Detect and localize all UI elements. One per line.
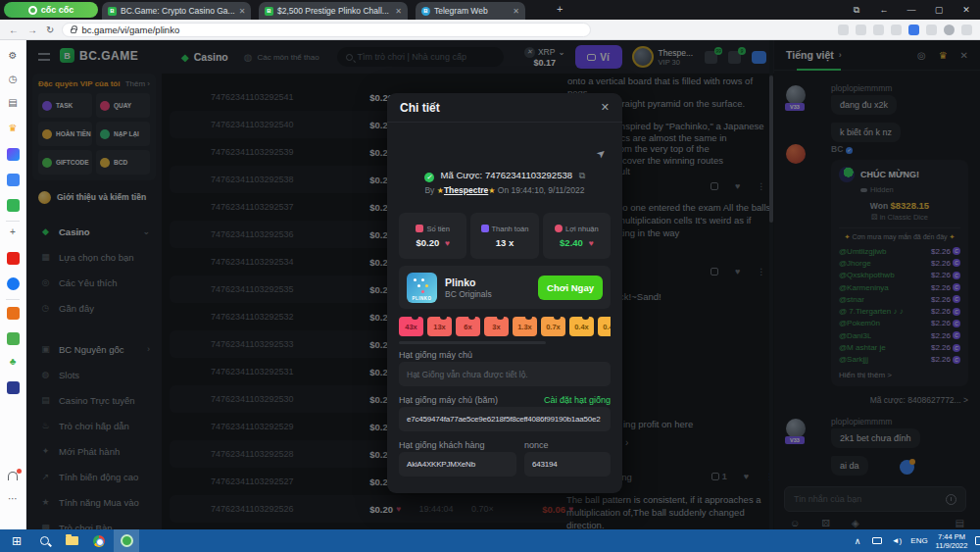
taskbar-clock[interactable]: 7:44 PM 11/9/2022: [931, 529, 972, 552]
games-icon[interactable]: [7, 199, 20, 212]
server-seed-hash-field[interactable]: e7c459474fa77ae5ce9e6218f5f8ceff4086f991…: [399, 407, 611, 431]
game-name: Plinko: [445, 276, 492, 289]
download-extension-icon[interactable]: [908, 25, 919, 35]
lock-icon: [71, 28, 76, 33]
stat-value: 13 x: [496, 237, 514, 248]
verified-icon: ✓: [424, 173, 434, 182]
play-now-button[interactable]: Chơi Ngay: [538, 276, 603, 300]
translate-icon[interactable]: [856, 25, 866, 35]
window-controls: ⧉ ← — ▢ ✕: [843, 0, 980, 20]
youtube-icon[interactable]: [7, 252, 20, 265]
player-link[interactable]: Thespectre: [444, 185, 488, 195]
messenger-icon[interactable]: [7, 148, 20, 161]
medal-icon: ★: [437, 186, 444, 195]
bet-id-text: Mã Cược: 74762341103292538: [441, 170, 572, 180]
downloads-icon[interactable]: [961, 25, 972, 35]
seed-settings-link[interactable]: Cài đặt hạt giống: [544, 395, 611, 405]
extension-icon[interactable]: [838, 25, 849, 35]
tab-favicon: B: [421, 7, 430, 16]
notifications-bell-icon[interactable]: [8, 472, 18, 480]
network-icon[interactable]: [868, 529, 886, 552]
more-icon[interactable]: ⋯: [0, 493, 25, 505]
tv-shortcut-icon[interactable]: [7, 381, 20, 394]
shop-shortcut-icon[interactable]: [7, 307, 20, 320]
multiplier-chip: 3x: [484, 317, 509, 336]
settings-icon[interactable]: ⚙: [0, 50, 25, 62]
gem-icon: ♥: [589, 238, 594, 248]
bet-details-modal: Chi tiết ✕ ➤ ✓ Mã Cược: 7476234110329253…: [387, 93, 622, 493]
share-icon[interactable]: [873, 25, 884, 35]
stat-value: $2.40: [560, 237, 583, 248]
coccoc-menu-button[interactable]: cốc cốc: [4, 2, 98, 18]
windows-taskbar: ⊞ ∧ ◄) ENG 7:44 PM 11/9/2022: [0, 529, 980, 552]
taskbar-search-icon[interactable]: [31, 529, 57, 552]
file-explorer-icon[interactable]: [59, 529, 84, 552]
language-indicator[interactable]: ENG: [907, 529, 931, 552]
copy-icon[interactable]: ⧉: [579, 171, 585, 180]
nonce-field[interactable]: 643194: [524, 452, 611, 477]
stat-label: Số tiền: [426, 225, 449, 233]
action-center-icon[interactable]: [972, 529, 980, 552]
back-icon[interactable]: ←: [9, 25, 19, 35]
divider: [6, 299, 20, 300]
coccoc-taskbar-icon[interactable]: [114, 529, 139, 552]
medal-icon: ★: [488, 186, 495, 195]
modal-title: Chi tiết: [400, 101, 440, 115]
stat-box: Lợi nhuận $2.40 ♥: [543, 213, 611, 259]
browser-tab[interactable]: B $2,500 Prestige Plinko Chall... ✕: [259, 2, 408, 20]
game-provider: BC Originals: [445, 289, 492, 299]
reading-list-icon[interactable]: ▤: [0, 97, 25, 109]
reload-icon[interactable]: ↻: [46, 25, 54, 35]
tab-close-icon[interactable]: ✕: [239, 7, 246, 16]
screen: cốc cốc B BC.Game: Crypto Casino Ga... ✕…: [0, 0, 980, 552]
modal-close-icon[interactable]: ✕: [601, 101, 610, 114]
stat-icon: [555, 225, 563, 232]
multiplier-chip: 13x: [427, 317, 452, 336]
tray-expand-icon[interactable]: ∧: [849, 529, 866, 552]
bookmark-star-icon[interactable]: [891, 25, 902, 35]
maximize-button[interactable]: ▢: [925, 0, 953, 20]
volume-icon[interactable]: ◄): [888, 529, 906, 552]
plinko-thumbnail[interactable]: PLINKO: [407, 273, 437, 303]
stat-value: $0.20: [416, 237, 439, 248]
gem-icon: ♥: [445, 238, 450, 248]
coccoc-logo-icon: [28, 6, 37, 15]
close-button[interactable]: ✕: [953, 0, 980, 20]
server-seed-hash-label: Hạt giống máy chủ (băm): [399, 395, 498, 405]
new-tab-button[interactable]: +: [557, 3, 563, 15]
add-shortcut-icon[interactable]: +: [0, 226, 25, 238]
facebook-icon[interactable]: [7, 277, 20, 290]
minimize-button[interactable]: —: [898, 0, 925, 20]
profile-avatar-icon[interactable]: [944, 25, 955, 35]
chips-scrollbar[interactable]: [399, 341, 546, 344]
tab-title: $2,500 Prestige Plinko Chall...: [277, 6, 389, 16]
back-to-app-icon[interactable]: ←: [870, 0, 898, 20]
multiplier-strip: 43x 13x 6x 3x 1.3x: [399, 317, 611, 337]
share-icon[interactable]: ➤: [594, 146, 609, 162]
browser-tabs: B BC.Game: Crypto Casino Ga... ✕ B $2,50…: [102, 2, 525, 20]
tab-close-icon[interactable]: ✕: [395, 7, 402, 16]
server-seed-label: Hạt giống máy chủ: [399, 350, 472, 360]
extensions-row: [838, 25, 972, 35]
browser-tab[interactable]: B BC.Game: Crypto Casino Ga... ✕: [102, 2, 251, 20]
adblock-icon[interactable]: [926, 25, 937, 35]
notes-shortcut-icon[interactable]: [7, 332, 20, 345]
browser-tab[interactable]: B Telegram Web ✕: [416, 2, 525, 20]
chrome-icon[interactable]: [86, 529, 112, 552]
bet-id-row: ✓ Mã Cược: 74762341103292538 ⧉: [387, 170, 622, 182]
pip-icon[interactable]: ⧉: [843, 0, 870, 20]
forward-icon[interactable]: →: [27, 25, 37, 35]
stats-icon[interactable]: [7, 174, 20, 186]
history-icon[interactable]: ◷: [0, 74, 25, 85]
stat-box: Số tiền $0.20 ♥: [399, 213, 466, 259]
address-bar[interactable]: bc.game/vi/game/plinko: [62, 23, 591, 37]
vip-crown-icon[interactable]: ♛: [0, 123, 25, 134]
modal-header: Chi tiết ✕: [387, 93, 622, 123]
start-button[interactable]: ⊞: [4, 529, 29, 552]
tab-close-icon[interactable]: ✕: [513, 7, 519, 16]
browser-tab-strip: cốc cốc B BC.Game: Crypto Casino Ga... ✕…: [0, 0, 980, 20]
server-seed-field[interactable]: Hạt Giống vẫn chưa được tiết lộ.: [399, 362, 611, 386]
garden-icon[interactable]: ♣: [0, 356, 25, 368]
stat-icon: [416, 225, 423, 232]
client-seed-field[interactable]: AkiA4XKKPJMXeNb: [399, 452, 516, 477]
